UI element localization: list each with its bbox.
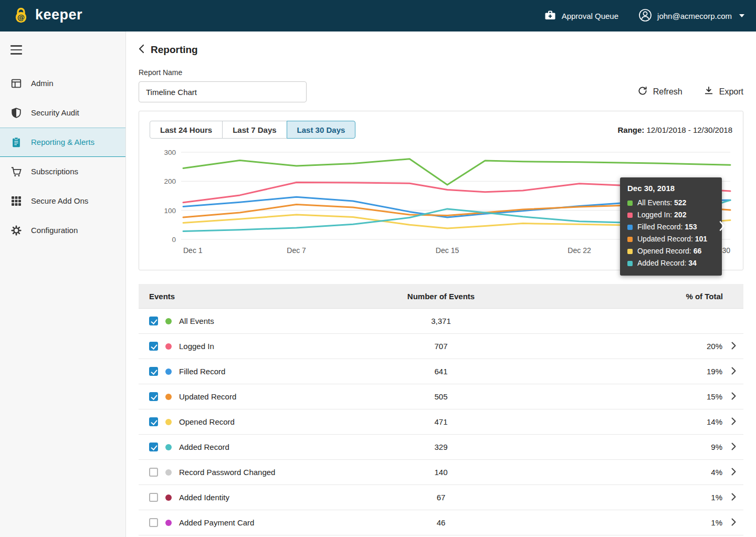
report-name-input[interactable] [139,81,307,102]
table-row[interactable]: Opened Record 471 14% [139,409,743,435]
svg-text:100: 100 [164,207,176,215]
download-icon [704,86,714,98]
cart-icon [10,166,22,177]
event-label: Logged In [179,342,214,351]
event-count: 46 [362,518,520,527]
event-percent: 1% [700,493,722,502]
window-icon [10,78,22,89]
row-checkbox[interactable] [149,443,158,451]
tab-last-30-days[interactable]: Last 30 Days [287,121,356,139]
tooltip-item: Filled Record: 153 [627,221,715,233]
event-count: 329 [362,443,520,451]
tooltip-item: All Events: 522 [627,197,715,209]
sidebar-item-subscriptions[interactable]: Subscriptions [0,157,125,186]
table-row[interactable]: Added Identity 67 1% [139,485,743,510]
sidebar-item-configuration[interactable]: Configuration [0,216,125,245]
table-row[interactable]: Logged In 707 20% [139,334,743,359]
account-menu[interactable]: john@acmecorp.com [638,8,744,24]
svg-text:@: @ [17,13,25,22]
table-row[interactable]: All Events 3,371 [139,309,743,334]
series-swatch [627,249,633,254]
row-chevron-icon[interactable] [731,342,736,351]
table-row[interactable]: Record Password Changed 140 4% [139,460,743,485]
svg-text:300: 300 [164,149,176,156]
approval-queue-label: Approval Queue [562,12,618,20]
sidebar-item-label: Configuration [31,226,78,235]
event-label: Added Identity [179,493,229,502]
gear-icon [10,225,22,236]
events-table: Events Number of Events % of Total All E… [139,284,743,535]
chevron-right-icon[interactable] [719,220,725,233]
clipboard-icon [10,136,22,148]
row-checkbox[interactable] [149,493,158,502]
keeper-logo[interactable]: @ keeper [12,5,82,26]
event-label: Record Password Changed [179,468,275,477]
table-row[interactable]: Added Payment Card 46 1% [139,510,743,535]
table-row[interactable]: Updated Record 505 15% [139,384,743,409]
chevron-down-icon [739,14,744,17]
event-label: Added Record [179,443,229,451]
column-number-of-events: Number of Events [362,292,520,301]
tooltip-item: Opened Record: 66 [627,245,715,257]
brand-name: keeper [35,7,82,23]
row-checkbox[interactable] [149,468,158,477]
row-chevron-icon[interactable] [731,518,736,528]
event-color-dot [165,419,172,425]
sidebar-item-secure-add-ons[interactable]: Secure Add Ons [0,186,125,216]
event-color-dot [165,343,172,350]
row-chevron-icon[interactable] [731,367,736,376]
event-label: Added Payment Card [179,518,254,527]
page-title: Reporting [151,44,198,56]
row-checkbox[interactable] [149,367,158,376]
event-count: 3,371 [362,317,520,325]
chart-tooltip: Dec 30, 2018 All Events: 522Logged In: 2… [620,177,722,276]
row-checkbox[interactable] [149,342,158,351]
series-swatch [627,261,633,266]
row-chevron-icon[interactable] [731,443,736,452]
row-chevron-icon[interactable] [731,493,736,502]
row-chevron-icon[interactable] [731,417,736,427]
avatar-icon [638,8,652,24]
event-count: 505 [362,392,520,401]
row-chevron-icon[interactable] [731,392,736,402]
refresh-button[interactable]: Refresh [637,86,682,98]
row-checkbox[interactable] [149,518,158,527]
tab-last-24-hours[interactable]: Last 24 Hours [150,121,223,139]
event-color-dot [165,394,172,400]
user-email: john@acmecorp.com [657,12,732,20]
event-percent: 15% [700,392,722,401]
svg-text:Dec 7: Dec 7 [287,246,306,255]
approval-queue-button[interactable]: Approval Queue [544,9,618,23]
event-color-dot [165,494,172,501]
event-count: 67 [362,493,520,502]
column-events: Events [139,292,362,301]
sidebar-item-label: Secure Add Ons [31,196,88,205]
export-button[interactable]: Export [704,86,743,98]
hamburger-menu-icon[interactable] [0,31,33,69]
table-header: Events Number of Events % of Total [139,284,743,309]
event-percent: 1% [700,518,722,527]
event-color-dot [165,318,172,324]
sidebar-item-admin[interactable]: Admin [0,69,125,98]
sidebar-item-security-audit[interactable]: Security Audit [0,98,125,128]
table-row[interactable]: Added Record 329 9% [139,435,743,460]
column-percent-of-total: % of Total [520,292,743,301]
row-checkbox[interactable] [149,317,158,325]
back-chevron-icon[interactable] [139,44,144,56]
tooltip-item: Added Record: 34 [627,257,715,269]
series-swatch [627,213,633,218]
timeline-chart-card: Last 24 Hours Last 7 Days Last 30 Days R… [139,111,743,270]
table-row[interactable]: Filled Record 641 19% [139,359,743,384]
grid-icon [10,195,22,207]
tooltip-date: Dec 30, 2018 [627,184,715,193]
row-checkbox[interactable] [149,417,158,426]
series-swatch [627,237,633,242]
sidebar-item-label: Subscriptions [31,167,78,176]
row-checkbox[interactable] [149,392,158,401]
sidebar-item-reporting-alerts[interactable]: Reporting & Alerts [0,128,125,157]
lock-at-icon: @ [12,5,30,26]
tab-last-7-days[interactable]: Last 7 Days [222,121,287,139]
series-swatch [627,225,633,230]
row-chevron-icon[interactable] [731,468,736,477]
briefcase-plus-icon [544,9,556,23]
